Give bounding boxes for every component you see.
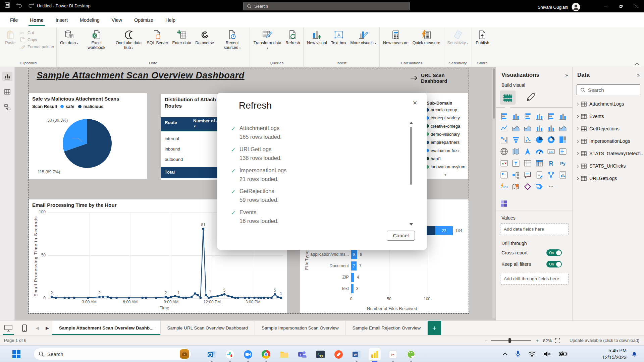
- waterfall-chart-icon[interactable]: [500, 135, 508, 144]
- notification-bell-icon[interactable]: [631, 350, 638, 358]
- undo-icon[interactable]: [16, 2, 22, 8]
- microphone-icon[interactable]: [515, 350, 521, 358]
- legend-item-evaluation-fuzz[interactable]: evaluation-fuzz: [426, 148, 460, 153]
- line-and-clustered-column-chart-icon[interactable]: [547, 124, 555, 132]
- line-and-stacked-column-chart-icon[interactable]: [535, 124, 544, 132]
- power-automate-icon[interactable]: [535, 182, 544, 191]
- legend-scroll-down-icon[interactable]: ▼: [444, 173, 447, 177]
- power-apps-icon[interactable]: [523, 182, 532, 191]
- minimize-button[interactable]: [598, 0, 613, 12]
- multi-row-card-icon[interactable]: [558, 147, 567, 156]
- arcgis-map-icon[interactable]: [512, 182, 520, 191]
- small-multiples-icon[interactable]: [500, 200, 508, 208]
- update-notice[interactable]: Update available (click to download): [570, 338, 639, 343]
- expand-chevron-icon[interactable]: [576, 152, 579, 155]
- expand-chevron-icon[interactable]: [576, 102, 579, 106]
- menu-insert[interactable]: Insert: [51, 15, 72, 25]
- slicer-icon[interactable]: [512, 159, 520, 168]
- funnel-chart-icon[interactable]: [512, 135, 520, 144]
- stacked-column-chart-icon[interactable]: [512, 112, 520, 121]
- paste-button[interactable]: Paste: [2, 29, 19, 47]
- azure-map-icon[interactable]: [523, 147, 532, 156]
- format-visual-tab[interactable]: [526, 93, 536, 103]
- 100-stacked-bar-chart-icon[interactable]: [547, 112, 555, 121]
- cancel-button[interactable]: Cancel: [387, 231, 415, 241]
- menu-optimize[interactable]: Optimize: [129, 15, 158, 25]
- bar-segment[interactable]: 7: [351, 261, 357, 270]
- paint-icon[interactable]: [405, 348, 417, 361]
- legend-item-arcadia-group[interactable]: arcadia-group: [426, 107, 457, 112]
- treemap-icon[interactable]: [558, 135, 567, 144]
- stacked-area-chart-icon[interactable]: [523, 124, 532, 132]
- redo-icon[interactable]: [28, 2, 34, 8]
- r-script-visual-icon[interactable]: R: [547, 159, 555, 168]
- gauge-icon[interactable]: [535, 147, 544, 156]
- desktop-view-icon[interactable]: [0, 321, 17, 335]
- canvas-scrollbar[interactable]: [492, 68, 495, 318]
- maximize-button[interactable]: [613, 0, 629, 12]
- quick-measure-button[interactable]: Quick measure: [411, 29, 442, 47]
- url-scan-nav-button[interactable]: URL Scan Dashboard: [410, 72, 469, 84]
- snipping-tool-icon[interactable]: ✂: [386, 348, 399, 361]
- values-field-well[interactable]: Add data fields here: [500, 223, 569, 235]
- slack-icon[interactable]: [223, 348, 236, 361]
- decomposition-tree-icon[interactable]: [512, 171, 520, 179]
- wifi-icon[interactable]: [528, 351, 536, 357]
- more-visuals-options-icon[interactable]: ···: [547, 182, 555, 191]
- clustered-bar-chart-icon[interactable]: [523, 112, 532, 121]
- legend-item-hapi1[interactable]: hapi1: [426, 156, 441, 161]
- collapse-panel-icon[interactable]: »: [565, 72, 567, 78]
- key-influencers-icon[interactable]: [500, 171, 508, 179]
- start-button[interactable]: [10, 348, 23, 361]
- smart-narrative-icon[interactable]: [535, 171, 544, 179]
- copy-button[interactable]: Copy: [20, 37, 54, 42]
- menu-home[interactable]: Home: [25, 15, 48, 25]
- format-painter-button[interactable]: Format painter: [20, 44, 54, 49]
- pie-chart-icon[interactable]: [535, 135, 544, 144]
- word-icon[interactable]: W: [350, 348, 363, 361]
- donut-chart-icon[interactable]: [547, 135, 555, 144]
- avatar[interactable]: [572, 3, 580, 11]
- get-data-button[interactable]: Get data ▾: [59, 29, 80, 47]
- legend-item-concept-variety[interactable]: concept-variety: [426, 115, 460, 120]
- routes-col-route[interactable]: Route: [165, 120, 177, 125]
- area-chart-icon[interactable]: [512, 124, 520, 132]
- save-icon[interactable]: [5, 2, 10, 8]
- legend-item-creative-omega[interactable]: creative-omega: [426, 124, 460, 129]
- sql-server-button[interactable]: SQL Server: [146, 29, 170, 47]
- filled-map-icon[interactable]: [512, 147, 520, 156]
- routes-row-internal[interactable]: internal: [165, 136, 179, 141]
- terminal-icon[interactable]: >_: [314, 348, 327, 361]
- chrome-icon[interactable]: [260, 348, 272, 361]
- page-tab-4[interactable]: Sample Email Rejection Overview: [346, 321, 428, 335]
- pie-chart-card[interactable]: Safe vs Malicious Attachment Scans Scan …: [29, 93, 147, 179]
- clock[interactable]: 5:45 PM 12/15/2023: [602, 348, 627, 361]
- routes-row-inbound[interactable]: inbound: [165, 146, 180, 152]
- file-explorer-icon[interactable]: [278, 348, 290, 361]
- power-bi-icon[interactable]: [368, 348, 381, 361]
- sensitivity-button[interactable]: Sensitivity ▾: [446, 29, 470, 47]
- scorecard-icon[interactable]: 123: [500, 182, 508, 191]
- recent-sources-button[interactable]: Recent sources ▾: [217, 29, 248, 51]
- page-tab-2[interactable]: Sample URL Scan Overview Dashboard: [161, 321, 255, 335]
- metrics-icon[interactable]: [547, 171, 555, 179]
- data-table-getrejections[interactable]: GetRejections: [576, 126, 620, 131]
- menu-help[interactable]: Help: [161, 15, 180, 25]
- legend-item-innovation-asylum[interactable]: innovation-asylum: [426, 164, 465, 169]
- matrix-icon[interactable]: [535, 159, 544, 168]
- mobile-view-icon[interactable]: [17, 321, 32, 335]
- new-visual-button[interactable]: New visual: [306, 29, 328, 47]
- keep-all-filters-toggle[interactable]: On: [546, 261, 562, 267]
- zoom-level[interactable]: 82%: [543, 338, 552, 343]
- page-tab-3[interactable]: Sample Impersonation Scan Overview: [255, 321, 346, 335]
- python-visual-icon[interactable]: Py: [558, 159, 567, 168]
- line-chart-icon[interactable]: [500, 124, 508, 132]
- battery-icon[interactable]: [559, 351, 568, 357]
- expand-chevron-icon[interactable]: [576, 139, 579, 143]
- new-measure-button[interactable]: New measure: [382, 29, 410, 47]
- publish-button[interactable]: Publish: [474, 29, 491, 47]
- close-button[interactable]: [629, 0, 644, 12]
- bar-segment[interactable]: [351, 284, 354, 293]
- build-visual-tab[interactable]: [500, 90, 516, 105]
- zoom-slider[interactable]: [491, 338, 531, 343]
